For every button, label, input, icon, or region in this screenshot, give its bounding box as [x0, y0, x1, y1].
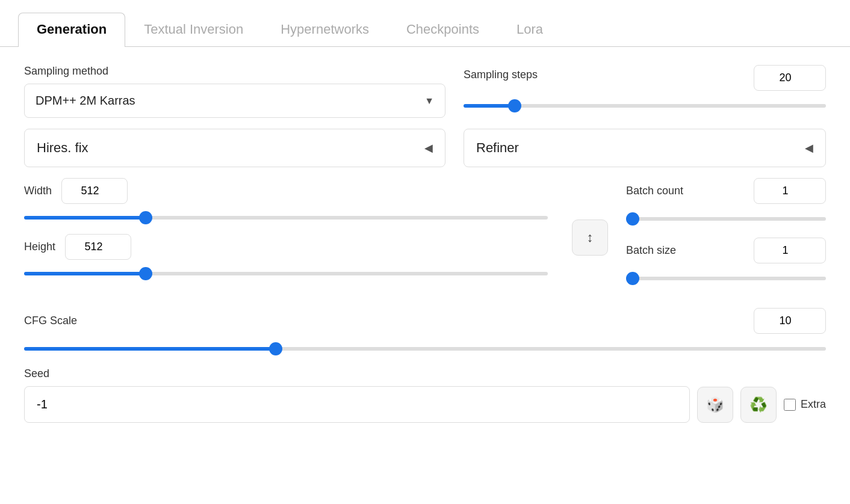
width-input[interactable] — [61, 178, 128, 204]
width-section: Width — [24, 178, 548, 224]
dimensions-batch-row: Width Height ↕ — [24, 178, 826, 297]
cfg-scale-input[interactable] — [754, 308, 826, 334]
tab-hypernetworks[interactable]: Hypernetworks — [262, 13, 388, 47]
batch-size-slider-container — [626, 269, 826, 285]
batch-count-slider-container — [626, 210, 826, 226]
randomize-seed-button[interactable]: 🎲 — [697, 387, 733, 423]
sampling-steps-slider-container — [464, 97, 826, 112]
batch-col: Batch count Batch size — [626, 178, 826, 297]
refiner-label: Refiner — [476, 140, 519, 156]
sampling-row: Sampling method DPM++ 2M Karras ▼ Sampli… — [24, 65, 826, 118]
batch-count-label: Batch count — [626, 185, 683, 197]
tab-lora[interactable]: Lora — [498, 13, 562, 47]
refiner-toggle[interactable]: Refiner ◀ — [464, 129, 826, 167]
batch-count-section: Batch count — [626, 178, 826, 226]
sampling-steps-input[interactable] — [754, 65, 826, 91]
batch-size-header: Batch size — [626, 238, 826, 263]
cfg-scale-slider-container — [24, 340, 826, 355]
seed-row: 🎲 ♻️ Extra — [24, 386, 826, 423]
extra-text: Extra — [801, 398, 826, 411]
seed-input[interactable] — [24, 386, 690, 423]
sampling-method-col: Sampling method DPM++ 2M Karras ▼ — [24, 65, 445, 118]
extra-checkbox[interactable] — [784, 399, 796, 411]
seed-section: Seed 🎲 ♻️ Extra — [24, 367, 826, 423]
batch-size-section: Batch size — [626, 238, 826, 285]
width-label: Width — [24, 185, 52, 197]
batch-count-slider[interactable] — [626, 217, 826, 221]
cfg-scale-label: CFG Scale — [24, 315, 77, 327]
hires-refiner-row: Hires. fix ◀ Refiner ◀ — [24, 129, 826, 167]
height-slider-container — [24, 265, 548, 280]
tabs-bar: Generation Textual Inversion Hypernetwor… — [0, 0, 850, 47]
batch-size-input[interactable] — [754, 238, 826, 263]
batch-count-input[interactable] — [754, 178, 826, 204]
sampling-steps-slider[interactable] — [464, 104, 826, 108]
sampling-method-label: Sampling method — [24, 65, 445, 78]
height-label: Height — [24, 241, 55, 253]
swap-dimensions-button[interactable]: ↕ — [572, 220, 608, 256]
recycle-seed-button[interactable]: ♻️ — [740, 387, 777, 423]
height-input[interactable] — [65, 234, 131, 260]
height-section: Height — [24, 234, 548, 280]
height-row: Height — [24, 234, 548, 260]
width-slider[interactable] — [24, 216, 548, 220]
batch-size-slider[interactable] — [626, 277, 826, 280]
refiner-col: Refiner ◀ — [464, 129, 826, 167]
batch-count-header: Batch count — [626, 178, 826, 204]
hires-collapse-icon: ◀ — [424, 141, 433, 155]
generation-content: Sampling method DPM++ 2M Karras ▼ Sampli… — [0, 47, 850, 441]
dice-icon: 🎲 — [706, 396, 724, 413]
batch-size-label: Batch size — [626, 244, 676, 257]
swap-icon: ↕ — [587, 230, 594, 245]
cfg-scale-header: CFG Scale — [24, 308, 826, 334]
sampling-steps-col: Sampling steps — [464, 65, 826, 112]
cfg-scale-slider[interactable] — [24, 347, 826, 351]
tab-generation[interactable]: Generation — [18, 13, 125, 47]
hires-fix-toggle[interactable]: Hires. fix ◀ — [24, 129, 445, 167]
height-slider[interactable] — [24, 272, 548, 275]
extra-label[interactable]: Extra — [784, 398, 826, 411]
sampling-steps-label: Sampling steps — [464, 69, 538, 81]
hires-fix-label: Hires. fix — [37, 140, 88, 156]
seed-label: Seed — [24, 367, 826, 380]
steps-header: Sampling steps — [464, 65, 826, 91]
width-row: Width — [24, 178, 548, 204]
sampling-method-value: DPM++ 2M Karras — [36, 94, 135, 108]
dimensions-area: Width Height — [24, 178, 548, 280]
recycle-icon: ♻️ — [749, 396, 768, 413]
sampling-method-dropdown[interactable]: DPM++ 2M Karras ▼ — [24, 84, 445, 118]
hires-col: Hires. fix ◀ — [24, 129, 445, 167]
tab-textual-inversion[interactable]: Textual Inversion — [125, 13, 262, 47]
width-slider-container — [24, 209, 548, 224]
refiner-collapse-icon: ◀ — [805, 141, 813, 155]
tab-checkpoints[interactable]: Checkpoints — [388, 13, 498, 47]
cfg-scale-section: CFG Scale — [24, 308, 826, 355]
dropdown-arrow-icon: ▼ — [424, 96, 434, 106]
